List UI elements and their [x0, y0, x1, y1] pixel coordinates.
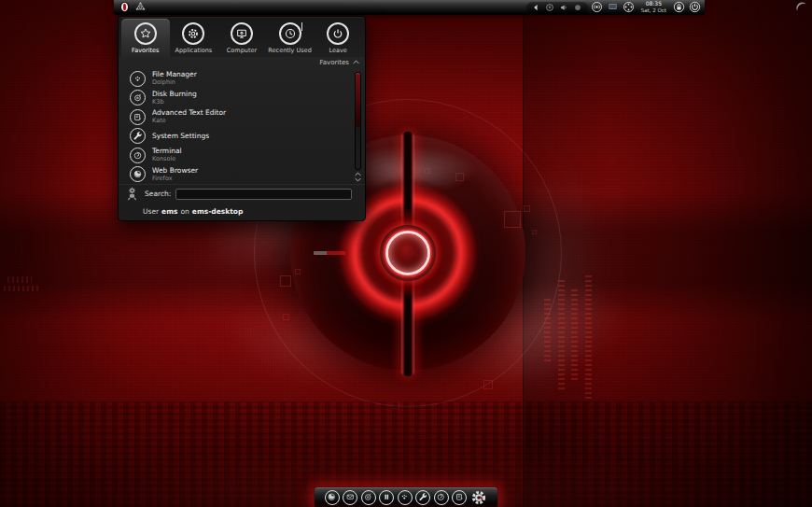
menu-item-system-settings[interactable]: System Settings — [130, 127, 350, 147]
quick-launch-triquetra-icon[interactable] — [133, 1, 147, 14]
tab-label: Recently Used — [268, 47, 311, 54]
dock-item-kde-gear[interactable] — [470, 488, 488, 506]
menu-item-text-editor[interactable]: Advanced Text Editor Kate — [130, 107, 350, 127]
panel-clock[interactable]: 08:35 Sat, 2 Oct — [638, 1, 669, 13]
konsole-icon — [130, 148, 146, 163]
tab-label: Leave — [329, 47, 347, 54]
menu-item-disk-burning[interactable]: Disk Burning K3b — [130, 89, 350, 108]
tab-favorites[interactable]: Favorites — [121, 19, 170, 57]
display-settings-icon[interactable] — [607, 1, 620, 14]
star-icon — [134, 22, 157, 45]
tab-computer[interactable]: Computer — [217, 19, 266, 57]
scrollbar-track[interactable] — [355, 72, 361, 170]
desktop: 08:35 Sat, 2 Oct Favorites App — [0, 0, 812, 507]
dock — [314, 486, 498, 507]
dock-item-mail[interactable] — [343, 490, 357, 505]
menu-item-subtitle: Firefox — [152, 176, 198, 182]
dolphin-icon — [130, 71, 146, 87]
tab-label: Favorites — [132, 47, 159, 54]
application-launcher-button[interactable] — [118, 1, 131, 14]
scroll-down-icon[interactable] — [355, 177, 361, 182]
menu-item-file-manager[interactable]: File Manager Dolphin — [130, 69, 350, 89]
footer-prefix: User — [143, 207, 159, 216]
search-input[interactable] — [175, 189, 352, 200]
breadcrumb: Favorites — [319, 59, 349, 66]
firefox-icon — [130, 166, 146, 182]
menu-scrollbar[interactable] — [354, 70, 362, 182]
leave-power-icon[interactable] — [688, 1, 701, 14]
menu-search-row: Search: — [119, 184, 365, 203]
clock-icon — [279, 22, 301, 45]
scroll-up-icon[interactable] — [353, 60, 359, 64]
scroll-up-icon[interactable] — [355, 172, 361, 176]
system-tray-hidden-group — [526, 2, 588, 13]
menu-breadcrumb-row: Favorites — [119, 57, 365, 69]
dock-item-system-settings[interactable] — [415, 490, 430, 505]
kde-robot-icon — [124, 186, 140, 203]
menu-tab-bar: Favorites Applications Computer Recently… — [119, 17, 365, 57]
kate-icon — [130, 109, 146, 125]
tab-applications[interactable]: Applications — [170, 19, 218, 57]
gear-icon — [182, 22, 204, 45]
menu-item-subtitle: Dolphin — [152, 79, 197, 86]
menu-item-title: System Settings — [152, 133, 209, 141]
computer-icon — [231, 22, 253, 45]
clock-time: 08:35 — [646, 1, 662, 7]
scrollbar-arrows — [355, 172, 361, 182]
menu-item-terminal[interactable]: Terminal Konsole — [130, 146, 350, 165]
tab-recently-used[interactable]: Recently Used — [266, 19, 315, 57]
dock-item-konsole[interactable] — [434, 490, 449, 505]
tab-label: Computer — [227, 47, 257, 54]
network-wireless-icon[interactable] — [591, 1, 604, 14]
status-dot-icon[interactable] — [573, 2, 583, 12]
clock-date: Sat, 2 Oct — [641, 7, 666, 13]
plasma-toolbox-icon[interactable] — [794, 1, 808, 14]
tab-label: Applications — [175, 47, 213, 54]
menu-item-subtitle: Kate — [152, 118, 226, 124]
menu-item-subtitle: K3b — [152, 99, 197, 106]
lock-screen-icon[interactable] — [672, 1, 685, 14]
k3b-icon — [130, 90, 146, 106]
dock-item-pause-bars[interactable] — [379, 490, 394, 505]
scrollbar-thumb[interactable] — [356, 73, 360, 127]
top-panel: 08:35 Sat, 2 Oct — [114, 0, 705, 15]
wrench-icon — [130, 128, 146, 144]
download-status-icon[interactable] — [545, 2, 555, 12]
menu-item-web-browser[interactable]: Web Browser Firefox — [130, 165, 350, 185]
dock-item-k3b[interactable] — [361, 490, 376, 505]
dock-item-kate[interactable] — [452, 490, 467, 505]
volume-icon[interactable] — [559, 2, 569, 12]
application-launcher-menu: Favorites Applications Computer Recently… — [118, 16, 366, 221]
footer-connector: on — [180, 207, 189, 216]
tab-leave[interactable]: Leave — [314, 19, 362, 57]
text-caret — [301, 22, 302, 31]
power-icon — [327, 22, 349, 45]
footer-hostname: ems-desktop — [192, 207, 244, 216]
search-label: Search: — [145, 190, 171, 198]
activities-icon[interactable] — [623, 1, 636, 14]
menu-item-subtitle: Konsole — [152, 156, 182, 162]
menu-item-list: File Manager Dolphin Disk Burning K3b — [119, 68, 365, 184]
dock-item-dolphin[interactable] — [398, 490, 413, 505]
tray-expander-arrow-icon[interactable] — [531, 2, 541, 12]
dock-item-firefox[interactable] — [325, 490, 340, 505]
menu-footer: User ems on ems-desktop — [119, 204, 365, 220]
footer-username: ems — [161, 207, 177, 216]
